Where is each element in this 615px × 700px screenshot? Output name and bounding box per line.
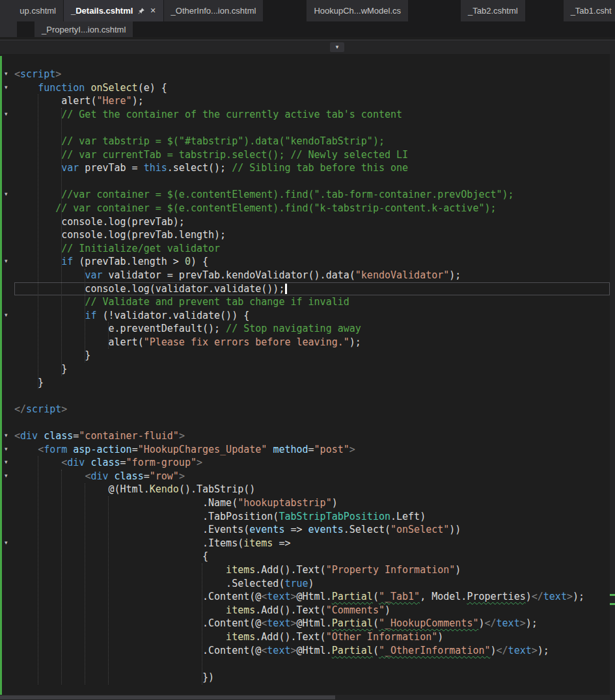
chevron-down-icon[interactable]: ▾ <box>330 42 344 52</box>
fold-toggle-icon[interactable]: ▾ <box>5 459 8 465</box>
code-line[interactable]: if (prevTab.length > 0) { <box>14 255 610 269</box>
code-line[interactable]: .TabPosition(TabStripTabPosition.Left) <box>14 510 610 524</box>
hscroll-thumb[interactable] <box>0 695 335 699</box>
pin-icon[interactable] <box>137 7 145 15</box>
code-line[interactable]: // Initialize/get validator <box>14 242 610 256</box>
code-line[interactable]: .Content(@<text>@Html.Partial("_HookupCo… <box>14 617 610 630</box>
scrollbar-annotation <box>610 603 615 605</box>
code-line[interactable] <box>14 175 610 189</box>
code-line[interactable]: alert("Here"); <box>14 94 610 108</box>
code-line[interactable] <box>14 416 610 429</box>
code-line[interactable]: }) <box>14 671 610 684</box>
tab-label: up.cshtml <box>20 6 56 16</box>
code-line[interactable]: { <box>14 550 610 563</box>
code-line[interactable]: if (!validator.validate()) { <box>14 309 610 323</box>
code-line[interactable]: } <box>14 376 610 390</box>
code-line[interactable]: <form asp-action="HookupCharges_Update" … <box>14 443 610 457</box>
code-line[interactable]: <div class="container-fluid"> <box>14 429 610 443</box>
document-tab[interactable]: _PropertyI...ion.cshtml <box>34 21 133 37</box>
code-line[interactable]: items.Add().Text("Other Information") <box>14 630 610 644</box>
document-tab-bar-row1: up.cshtml_Details.cshtml✕_OtherInfo...io… <box>0 0 615 21</box>
fold-toggle-icon[interactable]: ▾ <box>5 85 8 90</box>
code-line[interactable] <box>14 121 610 135</box>
document-tab[interactable]: _Tab1.csht <box>564 0 615 21</box>
code-line[interactable]: } <box>14 362 610 376</box>
code-line[interactable]: </script> <box>14 403 610 416</box>
document-tab[interactable] <box>0 21 17 37</box>
code-line[interactable]: .Name("hookuptabstrip") <box>14 496 610 510</box>
code-line[interactable]: .Content(@<text>@Html.Partial("_OtherInf… <box>14 644 610 658</box>
fold-toggle-icon[interactable]: ▾ <box>5 111 8 117</box>
editor-header-band: ▾ <box>0 40 615 54</box>
code-line[interactable]: //var container = $(e.contentElement).fi… <box>14 188 610 202</box>
text-caret <box>285 284 287 294</box>
code-line[interactable]: .Selected(true) <box>14 577 610 591</box>
code-line[interactable]: function onSelect(e) { <box>14 81 610 95</box>
tab-label: _OtherInfo...ion.cshtml <box>171 6 256 16</box>
tab-label: _Tab2.cshtml <box>468 6 518 16</box>
tab-label: HookupCh...wModel.cs <box>314 6 401 16</box>
code-line[interactable]: console.log(prevTab.length); <box>14 228 610 242</box>
code-line[interactable]: // Get the container of the currently ac… <box>14 108 610 122</box>
close-icon[interactable]: ✕ <box>150 7 156 14</box>
code-line[interactable]: // var tabstrip = $("#tabstrip").data("k… <box>14 135 610 148</box>
document-tab[interactable]: _Tab2.cshtml <box>461 0 525 21</box>
code-line[interactable]: @(Html.Kendo().TabStrip() <box>14 483 610 496</box>
fold-toggle-icon[interactable]: ▾ <box>5 312 8 318</box>
code-line[interactable]: } <box>14 349 610 362</box>
tab-label: _Details.cshtml <box>71 6 133 16</box>
code-line[interactable]: console.log(prevTab); <box>14 215 610 229</box>
document-tab[interactable]: _OtherInfo...ion.cshtml <box>164 0 264 21</box>
document-tab[interactable]: _Details.cshtml✕ <box>64 0 163 21</box>
code-line[interactable] <box>14 389 610 403</box>
tab-label: _PropertyI...ion.cshtml <box>42 25 126 34</box>
code-line[interactable]: .Events(events => events.Select("onSelec… <box>14 523 610 537</box>
vs-editor-window: up.cshtml_Details.cshtml✕_OtherInfo...io… <box>0 0 615 700</box>
code-line[interactable]: <div class="row"> <box>14 470 610 483</box>
code-line[interactable]: // var container = $(e.contentElement).f… <box>14 202 610 215</box>
document-tab[interactable]: up.cshtml <box>0 0 63 21</box>
fold-toggle-icon[interactable]: ▾ <box>5 446 8 452</box>
code-line[interactable]: <div class="form-group"> <box>14 456 610 470</box>
document-tab-bar-row2: _PropertyI...ion.cshtml <box>0 21 615 37</box>
code-line[interactable]: <script> <box>14 68 610 81</box>
scrollbar-annotation <box>610 594 615 596</box>
code-editor[interactable]: ▾▾▾▾▾▾▾▾▾▾▾ <script> function onSelect(e… <box>0 54 615 700</box>
code-line[interactable]: .Content(@<text>@Html.Partial("_Tab1", M… <box>14 590 610 604</box>
fold-toggle-icon[interactable]: ▾ <box>5 433 8 438</box>
code-line[interactable]: console.log(validator.validate()); <box>14 282 610 296</box>
fold-toggle-icon[interactable]: ▾ <box>5 473 8 479</box>
document-tab[interactable]: HookupCh...wModel.cs <box>307 0 408 21</box>
fold-toggle-icon[interactable]: ▾ <box>5 540 8 546</box>
code-line[interactable]: // Validate and prevent tab change if in… <box>14 295 610 309</box>
code-line[interactable]: alert("Please fix errors before leaving.… <box>14 336 610 349</box>
vertical-scrollbar[interactable] <box>610 54 615 700</box>
fold-toggle-icon[interactable]: ▾ <box>5 191 8 197</box>
code-area[interactable]: <script> function onSelect(e) { alert("H… <box>14 68 610 684</box>
code-line[interactable]: items.Add().Text("Comments") <box>14 604 610 617</box>
fold-toggle-icon[interactable]: ▾ <box>5 258 8 264</box>
change-tracking-margin <box>0 56 2 700</box>
code-line[interactable] <box>14 657 610 671</box>
code-line[interactable]: var prevTab = this.select(); // Sibling … <box>14 161 610 175</box>
code-line[interactable]: e.preventDefault(); // Stop navigating a… <box>14 322 610 336</box>
code-line[interactable]: // var currentTab = tabstrip.select(); /… <box>14 148 610 162</box>
code-line[interactable]: var validator = prevTab.kendoValidator()… <box>14 269 610 282</box>
tab-label: _Tab1.csht <box>571 6 612 16</box>
horizontal-scrollbar[interactable] <box>0 695 610 700</box>
code-line[interactable]: items.Add().Text("Property Information") <box>14 563 610 577</box>
fold-toggle-icon[interactable]: ▾ <box>5 71 8 77</box>
code-line[interactable]: .Items(items => <box>14 537 610 550</box>
